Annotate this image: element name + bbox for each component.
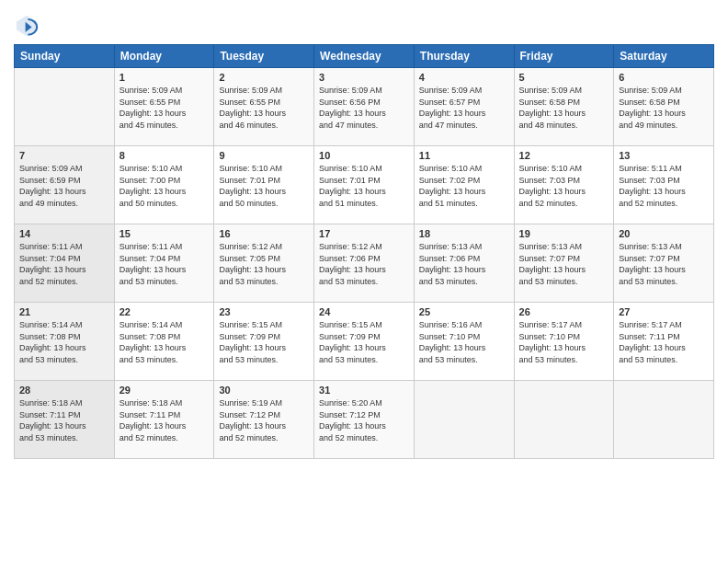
day-number: 3 — [319, 72, 409, 83]
day-number: 10 — [319, 150, 409, 161]
day-info: Sunrise: 5:09 AM Sunset: 6:55 PM Dayligh… — [119, 85, 210, 131]
day-info: Sunrise: 5:09 AM Sunset: 6:57 PM Dayligh… — [419, 85, 509, 131]
day-info: Sunrise: 5:10 AM Sunset: 7:01 PM Dayligh… — [219, 163, 309, 209]
day-info: Sunrise: 5:11 AM Sunset: 7:04 PM Dayligh… — [19, 241, 109, 287]
day-number: 11 — [419, 150, 509, 161]
weekday-header-monday: Monday — [114, 45, 214, 68]
day-info: Sunrise: 5:17 AM Sunset: 7:11 PM Dayligh… — [619, 319, 709, 365]
calendar-cell: 24Sunrise: 5:15 AM Sunset: 7:09 PM Dayli… — [314, 303, 415, 381]
day-number: 19 — [519, 228, 609, 239]
calendar-cell: 30Sunrise: 5:19 AM Sunset: 7:12 PM Dayli… — [214, 381, 314, 459]
main-container: SundayMondayTuesdayWednesdayThursdayFrid… — [0, 0, 728, 468]
weekday-header-row: SundayMondayTuesdayWednesdayThursdayFrid… — [15, 45, 714, 68]
day-number: 1 — [119, 72, 210, 83]
week-row-1: 1Sunrise: 5:09 AM Sunset: 6:55 PM Daylig… — [15, 68, 714, 146]
calendar-cell: 18Sunrise: 5:13 AM Sunset: 7:06 PM Dayli… — [414, 224, 514, 303]
calendar-cell: 2Sunrise: 5:09 AM Sunset: 6:55 PM Daylig… — [214, 68, 314, 146]
day-info: Sunrise: 5:10 AM Sunset: 7:00 PM Dayligh… — [119, 163, 210, 209]
day-number: 24 — [319, 306, 409, 317]
day-number: 5 — [519, 72, 609, 83]
day-number: 4 — [419, 72, 509, 83]
day-info: Sunrise: 5:13 AM Sunset: 7:06 PM Dayligh… — [419, 241, 509, 287]
calendar-cell: 21Sunrise: 5:14 AM Sunset: 7:08 PM Dayli… — [15, 303, 115, 381]
calendar-cell: 28Sunrise: 5:18 AM Sunset: 7:11 PM Dayli… — [15, 381, 115, 459]
day-info: Sunrise: 5:20 AM Sunset: 7:12 PM Dayligh… — [319, 397, 409, 443]
day-info: Sunrise: 5:09 AM Sunset: 6:59 PM Dayligh… — [19, 163, 109, 209]
day-info: Sunrise: 5:10 AM Sunset: 7:03 PM Dayligh… — [519, 163, 609, 209]
day-number: 31 — [319, 385, 409, 396]
calendar-cell: 12Sunrise: 5:10 AM Sunset: 7:03 PM Dayli… — [514, 146, 614, 224]
day-number: 15 — [119, 228, 210, 239]
calendar-cell: 15Sunrise: 5:11 AM Sunset: 7:04 PM Dayli… — [114, 224, 214, 303]
calendar-cell: 7Sunrise: 5:09 AM Sunset: 6:59 PM Daylig… — [15, 146, 115, 224]
calendar-cell: 4Sunrise: 5:09 AM Sunset: 6:57 PM Daylig… — [414, 68, 514, 146]
day-number: 8 — [119, 150, 210, 161]
weekday-header-wednesday: Wednesday — [314, 45, 415, 68]
calendar-cell: 5Sunrise: 5:09 AM Sunset: 6:58 PM Daylig… — [514, 68, 614, 146]
day-number: 30 — [219, 385, 309, 396]
day-info: Sunrise: 5:14 AM Sunset: 7:08 PM Dayligh… — [19, 319, 109, 365]
week-row-3: 14Sunrise: 5:11 AM Sunset: 7:04 PM Dayli… — [15, 224, 714, 303]
day-info: Sunrise: 5:11 AM Sunset: 7:03 PM Dayligh… — [619, 163, 709, 209]
calendar-cell: 27Sunrise: 5:17 AM Sunset: 7:11 PM Dayli… — [614, 303, 714, 381]
day-info: Sunrise: 5:15 AM Sunset: 7:09 PM Dayligh… — [319, 319, 409, 365]
logo-icon — [14, 13, 40, 39]
calendar-cell: 23Sunrise: 5:15 AM Sunset: 7:09 PM Dayli… — [214, 303, 314, 381]
day-info: Sunrise: 5:10 AM Sunset: 7:02 PM Dayligh… — [419, 163, 509, 209]
day-info: Sunrise: 5:09 AM Sunset: 6:55 PM Dayligh… — [219, 85, 309, 131]
header — [14, 9, 714, 39]
calendar-cell: 29Sunrise: 5:18 AM Sunset: 7:11 PM Dayli… — [114, 381, 214, 459]
calendar-cell: 19Sunrise: 5:13 AM Sunset: 7:07 PM Dayli… — [514, 224, 614, 303]
day-info: Sunrise: 5:09 AM Sunset: 6:58 PM Dayligh… — [519, 85, 609, 131]
day-info: Sunrise: 5:12 AM Sunset: 7:05 PM Dayligh… — [219, 241, 309, 287]
day-info: Sunrise: 5:15 AM Sunset: 7:09 PM Dayligh… — [219, 319, 309, 365]
calendar-cell: 25Sunrise: 5:16 AM Sunset: 7:10 PM Dayli… — [414, 303, 514, 381]
day-info: Sunrise: 5:12 AM Sunset: 7:06 PM Dayligh… — [319, 241, 409, 287]
calendar-cell: 14Sunrise: 5:11 AM Sunset: 7:04 PM Dayli… — [15, 224, 115, 303]
day-number: 21 — [19, 306, 109, 317]
weekday-header-thursday: Thursday — [414, 45, 514, 68]
calendar-cell: 20Sunrise: 5:13 AM Sunset: 7:07 PM Dayli… — [614, 224, 714, 303]
day-number: 18 — [419, 228, 509, 239]
day-number: 7 — [19, 150, 109, 161]
day-number: 16 — [219, 228, 309, 239]
calendar-cell: 31Sunrise: 5:20 AM Sunset: 7:12 PM Dayli… — [314, 381, 415, 459]
calendar-cell: 8Sunrise: 5:10 AM Sunset: 7:00 PM Daylig… — [114, 146, 214, 224]
logo — [14, 13, 41, 39]
day-info: Sunrise: 5:18 AM Sunset: 7:11 PM Dayligh… — [19, 397, 109, 443]
calendar-cell: 6Sunrise: 5:09 AM Sunset: 6:58 PM Daylig… — [614, 68, 714, 146]
calendar-cell: 13Sunrise: 5:11 AM Sunset: 7:03 PM Dayli… — [614, 146, 714, 224]
day-number: 23 — [219, 306, 309, 317]
week-row-2: 7Sunrise: 5:09 AM Sunset: 6:59 PM Daylig… — [15, 146, 714, 224]
day-info: Sunrise: 5:13 AM Sunset: 7:07 PM Dayligh… — [619, 241, 709, 287]
calendar-cell: 3Sunrise: 5:09 AM Sunset: 6:56 PM Daylig… — [314, 68, 415, 146]
day-info: Sunrise: 5:09 AM Sunset: 6:58 PM Dayligh… — [619, 85, 709, 131]
weekday-header-friday: Friday — [514, 45, 614, 68]
day-info: Sunrise: 5:09 AM Sunset: 6:56 PM Dayligh… — [319, 85, 409, 131]
calendar-cell — [414, 381, 514, 459]
calendar-cell: 10Sunrise: 5:10 AM Sunset: 7:01 PM Dayli… — [314, 146, 415, 224]
day-info: Sunrise: 5:16 AM Sunset: 7:10 PM Dayligh… — [419, 319, 509, 365]
day-info: Sunrise: 5:14 AM Sunset: 7:08 PM Dayligh… — [119, 319, 210, 365]
weekday-header-saturday: Saturday — [614, 45, 714, 68]
calendar-cell: 11Sunrise: 5:10 AM Sunset: 7:02 PM Dayli… — [414, 146, 514, 224]
day-number: 22 — [119, 306, 210, 317]
calendar-cell: 17Sunrise: 5:12 AM Sunset: 7:06 PM Dayli… — [314, 224, 415, 303]
day-number: 12 — [519, 150, 609, 161]
weekday-header-sunday: Sunday — [15, 45, 115, 68]
day-number: 2 — [219, 72, 309, 83]
day-number: 28 — [19, 385, 109, 396]
day-info: Sunrise: 5:19 AM Sunset: 7:12 PM Dayligh… — [219, 397, 309, 443]
day-number: 14 — [19, 228, 109, 239]
week-row-5: 28Sunrise: 5:18 AM Sunset: 7:11 PM Dayli… — [15, 381, 714, 459]
day-number: 20 — [619, 228, 709, 239]
calendar-cell — [614, 381, 714, 459]
calendar-cell — [15, 68, 115, 146]
day-info: Sunrise: 5:11 AM Sunset: 7:04 PM Dayligh… — [119, 241, 210, 287]
calendar-cell: 22Sunrise: 5:14 AM Sunset: 7:08 PM Dayli… — [114, 303, 214, 381]
day-number: 26 — [519, 306, 609, 317]
calendar-cell: 16Sunrise: 5:12 AM Sunset: 7:05 PM Dayli… — [214, 224, 314, 303]
day-number: 17 — [319, 228, 409, 239]
calendar-cell: 1Sunrise: 5:09 AM Sunset: 6:55 PM Daylig… — [114, 68, 214, 146]
day-info: Sunrise: 5:17 AM Sunset: 7:10 PM Dayligh… — [519, 319, 609, 365]
